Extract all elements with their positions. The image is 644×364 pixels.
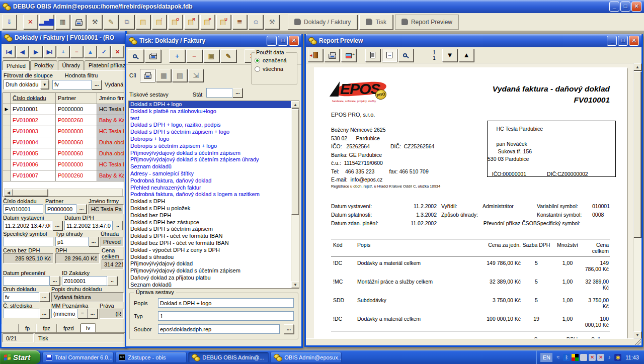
maximize-button[interactable]: □	[620, 2, 630, 12]
page-down-button[interactable]: ▼	[442, 49, 457, 62]
list-item[interactable]: Doklad bez DPH - účet ve formátu IBAN	[129, 240, 291, 247]
target-printer-button[interactable]	[140, 69, 155, 82]
list-item[interactable]: Dobropis s účetním zápisem + logo	[129, 143, 291, 150]
tab-polo-ky[interactable]: Položky	[30, 60, 58, 70]
doc-type-tab-fpzd[interactable]: fpzd	[57, 324, 80, 332]
edit-report-button[interactable]: ✎	[220, 49, 236, 62]
doc-type-tab-fp[interactable]: fp	[19, 324, 36, 332]
scroll-thumb[interactable]	[633, 71, 641, 237]
main-window-titlebar[interactable]: DEBUG OBIS Admin@eposux:/home/firebird/e…	[0, 0, 644, 13]
taskbar-button[interactable]: DEBUG OBIS Admin@...	[188, 352, 269, 363]
stredisko-more-button[interactable]: ...	[39, 309, 49, 318]
col-jmeno-firmy[interactable]: Jméno firmy	[97, 93, 124, 104]
prev-record-button[interactable]: ◀	[16, 46, 29, 58]
delete-button[interactable]: ✕	[23, 15, 38, 29]
target-screen-button[interactable]: ▦	[156, 69, 171, 82]
druh-input[interactable]	[3, 292, 39, 302]
scroll-thumb[interactable]	[291, 109, 299, 215]
export-button[interactable]	[341, 49, 356, 62]
display-grid-icon[interactable]	[572, 354, 579, 361]
stredisko-input[interactable]	[3, 309, 39, 318]
table-row[interactable]: FV010003P0000000HC Tesla Pardubic	[3, 126, 124, 137]
target-export-button[interactable]: ⇲	[188, 69, 203, 82]
datum-preceneni-more-button[interactable]: ...	[50, 276, 60, 286]
page-up-button[interactable]: ▲	[459, 49, 474, 62]
whole-page-button[interactable]	[365, 49, 380, 62]
list-item[interactable]: Doklad s DPH u položek	[129, 205, 291, 212]
list-vscrollbar[interactable]: ▲ ▼	[291, 101, 299, 288]
chevron-down-icon[interactable]: ▼	[40, 80, 49, 89]
list-item[interactable]: Doklad s DPH + logo, razitko, podpis	[129, 122, 291, 129]
last-record-button[interactable]: ▶I	[43, 46, 56, 58]
list-item[interactable]: Příjmový/výdajový doklad s účetním zápis…	[129, 150, 291, 157]
table-row[interactable]: FV010006P0000000HC Tesla Pardubic	[3, 159, 124, 170]
list-item[interactable]: test	[129, 115, 291, 122]
cancel-button[interactable]: ✕	[111, 46, 124, 58]
print-button[interactable]	[145, 49, 161, 62]
edit-form-button[interactable]: ✎	[104, 15, 118, 29]
list-item[interactable]: Doklad s DPH s účetním zápisem	[129, 226, 291, 233]
list-item[interactable]: Doklad s DPH - učet ve formátu IBAN	[129, 233, 291, 240]
minimize-button[interactable]: _	[267, 36, 277, 46]
task-tab-report-preview[interactable]: Report Preview	[395, 15, 459, 30]
taskbar-button[interactable]: OBIS Admin@eposux...	[270, 352, 342, 363]
remove-report-button[interactable]: −	[186, 49, 202, 62]
edit-record-button[interactable]: ▲	[84, 46, 97, 58]
exit-button[interactable]	[308, 49, 323, 62]
table-row[interactable]: FV010002P0000260Baby & Kap	[3, 115, 124, 126]
drawer-p-button[interactable]: ▤P	[200, 15, 215, 29]
datum-dph-more-button[interactable]: ..	[113, 221, 123, 230]
maximize-button[interactable]: □	[618, 36, 628, 46]
volume-icon[interactable]: ♪	[606, 354, 613, 361]
datum-vystaveni-more-button[interactable]: ...	[52, 221, 62, 230]
datum-preceneni-input[interactable]	[3, 276, 50, 286]
delete-record-button[interactable]: −	[70, 46, 83, 58]
mouse-icon[interactable]	[580, 354, 587, 361]
soubor-more-button[interactable]: ...	[284, 324, 294, 334]
preview-button[interactable]	[128, 49, 144, 62]
first-record-button[interactable]: I◀	[3, 46, 15, 58]
list-item[interactable]: Doklad k platbě na zálohovku+logo	[129, 108, 291, 115]
list-item[interactable]: Doklad s úhradou	[129, 254, 291, 261]
confirm-button[interactable]: ✓	[98, 46, 110, 58]
table-row[interactable]: ▶FV010001P0000000HC Tesla Pardubic	[3, 104, 124, 115]
drawer-out-button[interactable]: ▤↑	[152, 15, 167, 29]
doc-type-tab-fpz[interactable]: fpz	[36, 324, 57, 332]
minimize-button[interactable]: _	[609, 2, 619, 12]
table-row[interactable]: FV010007P0000260Baby & Kap	[3, 170, 124, 181]
list-item[interactable]: Daňový doklad za přijatou platbu	[129, 275, 291, 282]
print-button[interactable]	[71, 15, 86, 29]
table-hscrollbar[interactable]: ◀	[4, 189, 123, 197]
popis-input[interactable]	[158, 298, 294, 308]
list-item[interactable]: Přehled neuhrazených faktur	[129, 185, 291, 192]
col-cislo-dokladu[interactable]: Číslo dokladu	[11, 93, 56, 104]
drawer-o-button[interactable]: ▤O	[168, 15, 183, 29]
typ-uhrady-more-button[interactable]: ...	[89, 237, 99, 246]
drawer-button[interactable]: ▤	[136, 15, 150, 29]
table-row[interactable]: FV010004P0000060Duha-obchod s te	[3, 137, 124, 148]
scroll-down-icon[interactable]: ▼	[291, 281, 299, 288]
add-report-button[interactable]: +	[169, 49, 185, 62]
partner-more-button[interactable]: ...	[76, 204, 87, 214]
cislo-input[interactable]	[3, 204, 43, 214]
list-item[interactable]: Adresy - samolepící štítky	[129, 170, 291, 177]
druh-more-button[interactable]: ...	[39, 292, 49, 302]
abacus-button[interactable]: ≣	[232, 15, 247, 29]
tab-platebn-p-kazy[interactable]: Platební příkazy	[85, 60, 125, 70]
print-button[interactable]	[325, 49, 340, 62]
list-item[interactable]: Doklad bez DPH	[129, 212, 291, 219]
datum-dph-input[interactable]	[64, 221, 113, 230]
typ-uhrady-input[interactable]	[55, 237, 89, 246]
close-button[interactable]: ✕	[631, 2, 641, 12]
poznamka-more-button[interactable]: ...	[88, 309, 98, 318]
list-item[interactable]: Doklad s DPH	[129, 198, 291, 205]
list-item[interactable]: Příjmový/výdajový doklad s účetním zápis…	[129, 156, 291, 163]
list-item[interactable]: Seznam dokladů	[129, 163, 291, 170]
radio-všechna[interactable]: všechna	[255, 66, 294, 72]
resize-grip[interactable]	[635, 339, 641, 345]
list-item[interactable]: Podrobná faktura, daňový doklad s logem …	[129, 191, 291, 198]
filter-column-combo[interactable]: Druh dokladu ▼	[4, 79, 49, 89]
stat-input[interactable]	[206, 88, 232, 98]
list-item[interactable]: Doklad - výpočet DPH z ceny s DPH	[129, 247, 291, 254]
radio-označená[interactable]: označená	[255, 57, 294, 63]
